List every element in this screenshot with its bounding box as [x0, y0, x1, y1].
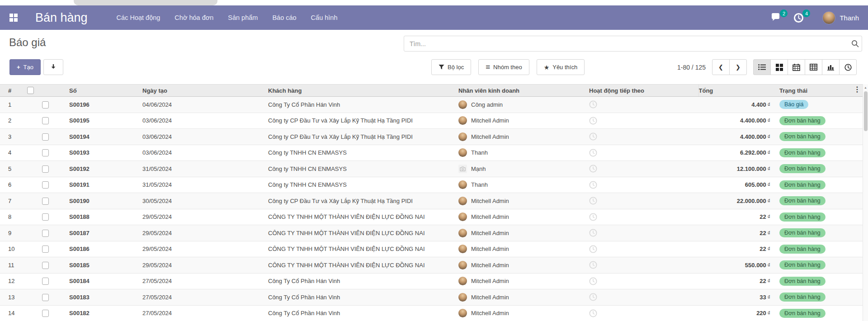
- table-row[interactable]: 12 S00184 27/05/2024 Công Ty Cổ Phần Hán…: [0, 273, 863, 289]
- table-row[interactable]: 6 S00191 31/05/2024 Công ty TNHH CN ENMA…: [0, 177, 863, 193]
- next-activity-cell[interactable]: [585, 193, 698, 209]
- row-checkbox[interactable]: [42, 149, 49, 156]
- user-menu[interactable]: Thanh: [816, 11, 859, 24]
- view-graph-button[interactable]: [822, 59, 840, 75]
- messages-button[interactable]: 2: [771, 13, 782, 23]
- row-checkbox[interactable]: [42, 213, 49, 221]
- row-checkbox[interactable]: [42, 101, 49, 109]
- nav-item-to-invoice[interactable]: Chờ hóa đơn: [175, 14, 213, 21]
- activities-button[interactable]: 4: [793, 13, 804, 23]
- salesperson-name: Công admin: [471, 101, 503, 108]
- salesperson-cell: Mitchell Admin: [457, 289, 585, 306]
- pager-next-button[interactable]: ❯: [729, 59, 747, 75]
- next-activity-cell[interactable]: [585, 145, 698, 161]
- nav-item-settings[interactable]: Cấu hình: [311, 14, 338, 21]
- activity-clock-icon: [589, 309, 698, 317]
- favorites-button[interactable]: ★ Yêu thích: [537, 59, 585, 75]
- create-button[interactable]: + Tạo: [9, 59, 41, 75]
- salesperson-cell: Mitchell Admin: [457, 241, 585, 257]
- next-activity-cell[interactable]: [585, 209, 698, 225]
- header-salesperson[interactable]: Nhân viên kinh doanh: [457, 85, 585, 97]
- group-by-button[interactable]: ≡ Nhóm theo: [478, 59, 529, 75]
- pager-previous-button[interactable]: ❮: [712, 59, 730, 75]
- vertical-scrollbar[interactable]: ▲: [863, 84, 868, 321]
- column-options-icon[interactable]: ⋮: [854, 86, 861, 93]
- next-activity-cell[interactable]: [585, 273, 698, 289]
- next-activity-cell[interactable]: [585, 97, 698, 113]
- next-activity-cell[interactable]: [585, 241, 698, 257]
- row-checkbox[interactable]: [42, 117, 49, 124]
- table-row[interactable]: 2 S00195 03/06/2024 Công ty CP Đầu Tư và…: [0, 113, 863, 129]
- row-checkbox[interactable]: [42, 262, 49, 269]
- app-title[interactable]: Bán hàng: [35, 11, 88, 25]
- header-status[interactable]: Trạng thái: [774, 85, 863, 97]
- header-total[interactable]: Tổng: [698, 85, 774, 97]
- row-select-cell: [27, 129, 63, 145]
- table-row[interactable]: 5 S00192 31/05/2024 Công ty TNHH CN ENMA…: [0, 161, 863, 177]
- nav-item-reporting[interactable]: Báo cáo: [272, 14, 296, 21]
- next-activity-cell[interactable]: [585, 305, 698, 321]
- currency-symbol: ₫: [768, 214, 770, 220]
- row-checkbox[interactable]: [42, 181, 49, 189]
- table-row[interactable]: 8 S00188 29/05/2024 CÔNG TY TNHH MỘT THÀ…: [0, 209, 863, 225]
- status-badge: Đơn bán hàng: [779, 260, 826, 269]
- filter-button[interactable]: Bộ lọc: [431, 59, 471, 75]
- view-calendar-button[interactable]: [788, 59, 805, 75]
- table-row[interactable]: 11 S00185 29/05/2024 CÔNG TY TNHH MỘT TH…: [0, 257, 863, 274]
- total-cell: 22₫: [698, 209, 774, 225]
- table-row[interactable]: 4 S00193 03/06/2024 Công ty TNHH CN ENMA…: [0, 145, 863, 161]
- table-row[interactable]: 3 S00194 03/06/2024 Công ty CP Đầu Tư và…: [0, 129, 863, 145]
- select-all-checkbox[interactable]: [27, 87, 34, 94]
- status-badge: Đơn bán hàng: [779, 116, 826, 125]
- header-number[interactable]: Số: [63, 85, 136, 97]
- table-row[interactable]: 14 S00182 27/05/2024 Công Ty Cổ Phần Hán…: [0, 305, 863, 321]
- row-checkbox[interactable]: [42, 133, 49, 141]
- table-row[interactable]: 13 S00183 27/05/2024 Công Ty Cổ Phần Hán…: [0, 289, 863, 306]
- next-activity-cell[interactable]: [585, 177, 698, 193]
- row-checkbox[interactable]: [42, 230, 49, 237]
- row-select-cell: [27, 113, 63, 129]
- search-input[interactable]: [404, 40, 848, 47]
- row-index: 9: [0, 225, 27, 241]
- next-activity-cell[interactable]: [585, 289, 698, 306]
- scrollbar-thumb[interactable]: [864, 91, 868, 131]
- table-row[interactable]: 7 S00190 30/05/2024 Công ty CP Đầu Tư và…: [0, 193, 863, 209]
- view-activity-button[interactable]: [839, 59, 857, 75]
- row-checkbox[interactable]: [42, 165, 49, 173]
- next-activity-cell[interactable]: [585, 257, 698, 274]
- view-kanban-button[interactable]: [770, 59, 788, 75]
- next-activity-cell[interactable]: [585, 113, 698, 129]
- creation-date: 27/05/2024: [136, 305, 262, 321]
- scrollbar-up-arrow[interactable]: ▲: [863, 84, 868, 89]
- row-checkbox[interactable]: [42, 294, 49, 301]
- apps-menu-icon[interactable]: [9, 13, 18, 22]
- next-activity-cell[interactable]: [585, 225, 698, 241]
- activity-clock-icon: [589, 197, 698, 205]
- search-icon[interactable]: [848, 40, 862, 47]
- row-index: 6: [0, 177, 27, 193]
- page-title: Báo giá: [9, 36, 46, 49]
- view-list-button[interactable]: [753, 59, 771, 75]
- row-select-cell: [27, 177, 63, 193]
- table-row[interactable]: 1 S00196 04/06/2024 Công Ty Cổ Phần Hán …: [0, 97, 863, 113]
- header-next-activity[interactable]: Hoạt động tiếp theo: [585, 85, 698, 97]
- row-index: 13: [0, 289, 27, 306]
- row-checkbox[interactable]: [42, 310, 49, 317]
- total-cell: 33₫: [698, 289, 774, 306]
- view-pivot-button[interactable]: [805, 59, 822, 75]
- table-row[interactable]: 9 S00187 29/05/2024 CÔNG TY TNHH MỘT THÀ…: [0, 225, 863, 241]
- row-checkbox[interactable]: [42, 245, 49, 253]
- table-row[interactable]: 10 S00186 29/05/2024 CÔNG TY TNHH MỘT TH…: [0, 241, 863, 257]
- export-button[interactable]: [43, 59, 63, 75]
- status-cell: Đơn bán hàng: [774, 273, 863, 289]
- row-checkbox[interactable]: [42, 278, 49, 285]
- next-activity-cell[interactable]: [585, 129, 698, 145]
- row-checkbox[interactable]: [42, 198, 49, 205]
- nav-item-activities[interactable]: Các Hoạt động: [117, 14, 160, 21]
- header-index[interactable]: #: [0, 85, 27, 97]
- nav-item-products[interactable]: Sản phẩm: [228, 14, 258, 21]
- header-created-date[interactable]: Ngày tạo: [136, 85, 262, 97]
- header-customer[interactable]: Khách hàng: [262, 85, 457, 97]
- next-activity-cell[interactable]: [585, 161, 698, 177]
- activity-clock-icon: [589, 117, 698, 125]
